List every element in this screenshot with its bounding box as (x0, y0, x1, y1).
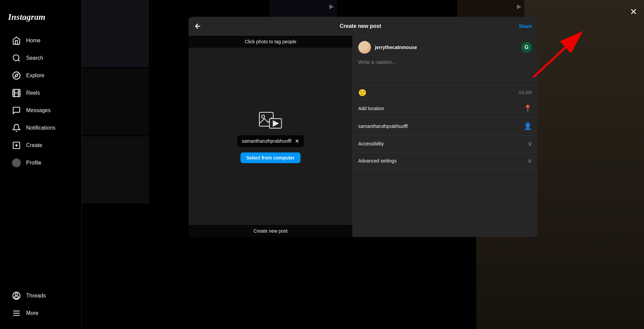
main-nav: Home Search Explore Reels (0, 32, 82, 172)
modal-title: Create new post (340, 23, 381, 29)
caption-input-area[interactable]: Write a caption... (353, 59, 537, 86)
sidebar-item-create[interactable]: Create (4, 137, 77, 154)
search-icon (12, 54, 21, 62)
accessibility-row[interactable]: Accessibility ∨ (353, 135, 537, 152)
photo-panel: Click photo to tag people samantharuthpr… (189, 36, 353, 237)
char-count-row: 🙂 0/2,200 (353, 86, 537, 100)
svg-point-0 (13, 55, 19, 60)
accessibility-label: Accessibility (358, 141, 384, 146)
add-location-row[interactable]: Add location 📍 (353, 100, 537, 117)
modal-body: Click photo to tag people samantharuthpr… (189, 36, 537, 237)
sidebar-label-create: Create (26, 142, 42, 148)
create-post-modal: Create new post Share Click photo to tag… (189, 17, 537, 237)
collab-tag-row[interactable]: samantharuthprabhuoffl 👤 (353, 117, 537, 135)
logo: Instagram (0, 7, 82, 32)
grammarly-icon: G (521, 42, 532, 53)
tag-people-bar: Click photo to tag people (189, 36, 353, 48)
sidebar: Instagram Home Search Explore (0, 0, 82, 329)
sidebar-label-search: Search (26, 55, 43, 61)
accessibility-chevron: ∨ (528, 140, 532, 147)
advanced-settings-row[interactable]: Advanced settings ∨ (353, 152, 537, 170)
explore-icon (12, 71, 21, 80)
user-row: jerrythecatnmouse G (353, 36, 537, 59)
close-button[interactable]: ✕ (630, 7, 637, 17)
sidebar-label-profile: Profile (26, 160, 41, 166)
sidebar-item-more[interactable]: More (4, 305, 77, 322)
svg-line-1 (18, 60, 20, 61)
username-tag-text: samantharuthprabhuoffl (242, 138, 291, 144)
emoji-button[interactable]: 🙂 (358, 89, 367, 97)
instagram-logo: Instagram (8, 12, 45, 22)
main-content: ▶ ▶ ▶ ▶ ✕ (82, 0, 644, 329)
svg-marker-3 (15, 74, 18, 77)
details-panel: jerrythecatnmouse G Write a caption... 🙂… (353, 36, 537, 237)
sidebar-label-messages: Messages (26, 107, 51, 113)
create-new-post-label: Create new post (189, 225, 353, 237)
more-icon (12, 309, 21, 318)
upload-icon-area: samantharuthprabhuoffl ✕ Select from com… (237, 110, 304, 163)
sidebar-item-messages[interactable]: Messages (4, 102, 77, 119)
sidebar-item-search[interactable]: Search (4, 50, 77, 66)
svg-point-13 (262, 115, 265, 118)
post-username: jerrythecatnmouse (375, 45, 417, 50)
sidebar-item-home[interactable]: Home (4, 32, 77, 49)
notifications-icon (12, 124, 21, 132)
modal-header: Create new post Share (189, 17, 537, 36)
sidebar-item-profile[interactable]: Profile (4, 154, 77, 171)
share-button[interactable]: Share (519, 23, 532, 29)
create-new-post-text: Create new post (254, 228, 288, 234)
messages-icon (12, 106, 21, 115)
location-icon: 📍 (524, 104, 532, 112)
sidebar-label-reels: Reels (26, 90, 40, 96)
home-icon (12, 36, 21, 45)
reels-icon (12, 89, 21, 97)
caption-placeholder: Write a caption... (358, 59, 396, 65)
sidebar-item-notifications[interactable]: Notifications (4, 120, 77, 136)
avatar-image (358, 41, 371, 54)
sidebar-label-threads: Threads (26, 293, 46, 299)
create-icon (12, 141, 21, 150)
tag-people-label: Click photo to tag people (245, 39, 296, 44)
sidebar-label-explore: Explore (26, 73, 44, 79)
sidebar-label-notifications: Notifications (26, 125, 55, 131)
tag-person-icon: 👤 (524, 122, 532, 130)
modal-back-button[interactable] (194, 22, 202, 30)
threads-icon (12, 291, 21, 300)
select-from-computer-button[interactable]: Select from computer (240, 152, 301, 163)
sidebar-item-reels[interactable]: Reels (4, 85, 77, 101)
svg-point-2 (13, 72, 20, 79)
sidebar-bottom: Threads More (0, 287, 82, 322)
sidebar-label-home: Home (26, 38, 41, 44)
user-avatar (358, 41, 371, 54)
collab-tag-label: samantharuthprabhuoffl (358, 124, 408, 129)
username-tag-close[interactable]: ✕ (295, 138, 299, 144)
username-tag: samantharuthprabhuoffl ✕ (237, 135, 304, 147)
char-count-display: 0/2,200 (519, 90, 532, 95)
sidebar-label-more: More (26, 310, 38, 316)
advanced-settings-label: Advanced settings (358, 158, 396, 163)
sidebar-item-explore[interactable]: Explore (4, 67, 77, 84)
sidebar-item-threads[interactable]: Threads (4, 287, 77, 304)
profile-avatar (12, 158, 21, 167)
advanced-settings-chevron: ∨ (528, 157, 532, 164)
add-location-label: Add location (358, 106, 384, 111)
